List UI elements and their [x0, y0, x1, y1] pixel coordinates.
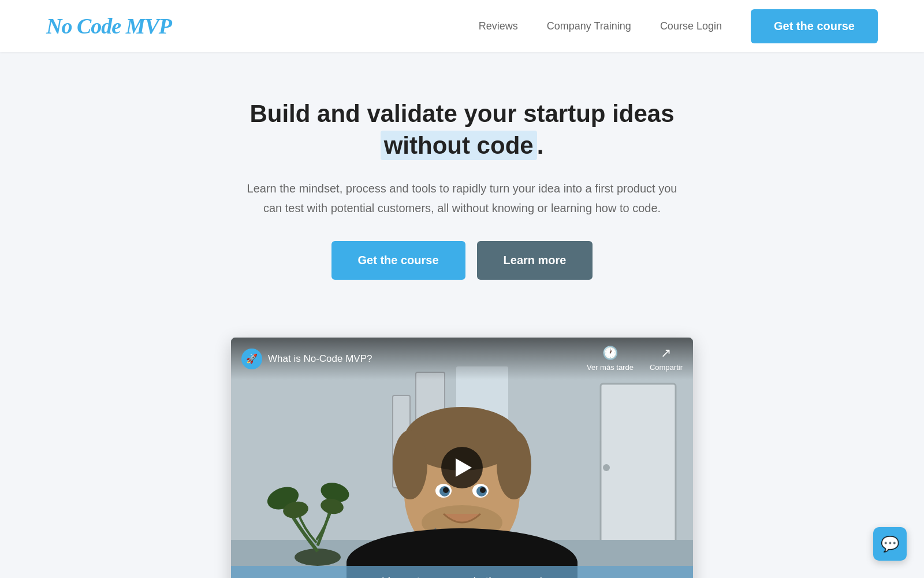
navbar: No Code MVP Reviews Company Training Cou… — [0, 0, 924, 52]
video-channel-info: 🚀 What is No-Code MVP? — [241, 349, 372, 369]
video-subtitle-text: I hope to see you in the course! — [381, 575, 542, 578]
channel-icon: 🚀 — [241, 349, 262, 369]
nav-links: Reviews Company Training Course Login Ge… — [479, 9, 878, 43]
svg-rect-2 — [601, 384, 676, 546]
nav-link-course-login[interactable]: Course Login — [660, 20, 722, 32]
watch-later-label: Ver más tarde — [587, 363, 634, 372]
video-container: 🚀 What is No-Code MVP? 🕐 Ver más tarde ↗… — [231, 338, 693, 578]
nav-link-reviews[interactable]: Reviews — [479, 20, 518, 32]
play-button[interactable] — [441, 447, 483, 488]
video-actions: 🕐 Ver más tarde ↗ Compartir — [587, 346, 683, 372]
video-subtitle-bar: I hope to see you in the course! — [231, 566, 693, 578]
svg-point-21 — [443, 487, 449, 493]
nav-link-company-training[interactable]: Company Training — [547, 20, 631, 32]
hero-subtitle: Learn the mindset, process and tools to … — [237, 179, 687, 218]
nav-get-course-button[interactable]: Get the course — [751, 9, 878, 43]
chat-widget[interactable]: 💬 — [873, 527, 907, 561]
video-title: What is No-Code MVP? — [268, 353, 372, 365]
hero-title-part1: Build and validate your startup ideas — [249, 100, 674, 127]
hero-title-part2: . — [537, 132, 544, 159]
svg-point-16 — [497, 430, 531, 499]
svg-point-4 — [603, 464, 610, 471]
video-top-bar: 🚀 What is No-Code MVP? 🕐 Ver más tarde ↗… — [231, 338, 693, 380]
share-icon: ↗ — [661, 346, 671, 361]
share-label: Compartir — [650, 363, 683, 372]
hero-buttons: Get the course Learn more — [225, 241, 699, 280]
video-wrapper[interactable]: 🚀 What is No-Code MVP? 🕐 Ver más tarde ↗… — [231, 338, 693, 578]
chat-bubble-icon: 💬 — [881, 535, 899, 553]
hero-title-highlight: without code — [381, 131, 537, 160]
svg-point-22 — [480, 487, 486, 493]
hero-section: Build and validate your startup ideas wi… — [0, 52, 924, 578]
hero-title: Build and validate your startup ideas wi… — [225, 98, 699, 161]
clock-icon: 🕐 — [602, 346, 618, 361]
svg-point-15 — [393, 430, 427, 499]
learn-more-button[interactable]: Learn more — [477, 241, 593, 280]
hero-content: Build and validate your startup ideas wi… — [202, 52, 722, 338]
logo[interactable]: No Code MVP — [46, 13, 172, 39]
share-button[interactable]: ↗ Compartir — [650, 346, 683, 372]
watch-later-button[interactable]: 🕐 Ver más tarde — [587, 346, 634, 372]
get-course-button[interactable]: Get the course — [331, 241, 465, 280]
play-triangle-icon — [456, 458, 472, 477]
